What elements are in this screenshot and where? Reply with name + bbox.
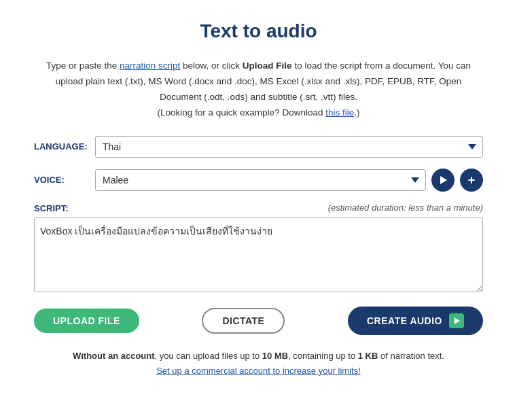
voice-row: VOICE: Malee + [34,169,483,192]
upload-file-button[interactable]: UPLOAD FILE [34,309,139,333]
language-select-wrapper: Thai English Spanish French German [95,136,483,158]
voice-play-button[interactable] [431,169,454,192]
desc-line1: Type or paste the narration script below… [46,60,471,102]
dictate-button[interactable]: DICTATE [202,308,285,334]
create-play-triangle [454,317,460,324]
voice-label: VOICE: [34,175,95,185]
narration-script-link[interactable]: narration script [120,60,180,71]
action-buttons-row: UPLOAD FILE DICTATE CREATE AUDIO [34,307,483,335]
footer-note: Without an account, you can upload files… [34,349,483,379]
script-label: SCRIPT: [34,203,69,213]
script-duration: (estimated duration: less than a minute) [95,203,483,213]
description-text: Type or paste the narration script below… [34,58,483,121]
page-title: Text to audio [34,20,483,42]
plus-icon: + [468,174,476,186]
script-header-row: SCRIPT: (estimated duration: less than a… [34,203,483,213]
voice-controls: + [431,169,483,192]
desc-line2: (Looking for a quick example? Download t… [158,107,360,118]
this-file-link[interactable]: this file [325,107,354,118]
create-audio-label: CREATE AUDIO [367,315,442,326]
voice-select-wrapper: Malee [95,169,426,191]
voice-select[interactable]: Malee [95,169,426,191]
create-audio-button[interactable]: CREATE AUDIO [348,307,483,335]
commercial-account-link[interactable]: Set up a commercial account to increase … [156,366,361,376]
language-label: LANGUAGE: [34,141,95,152]
voice-add-button[interactable]: + [460,169,483,192]
create-audio-play-icon [449,313,464,328]
language-row: LANGUAGE: Thai English Spanish French Ge… [34,136,483,158]
script-textarea-wrapper: VoxBox เป็นเครื่องมือแปลงข้อความเป็นเสีย… [34,217,483,294]
play-icon [440,176,447,184]
script-textarea[interactable]: VoxBox เป็นเครื่องมือแปลงข้อความเป็นเสีย… [34,217,483,292]
language-select[interactable]: Thai English Spanish French German [95,136,483,158]
footer-text: Without an account, you can upload files… [73,351,444,361]
